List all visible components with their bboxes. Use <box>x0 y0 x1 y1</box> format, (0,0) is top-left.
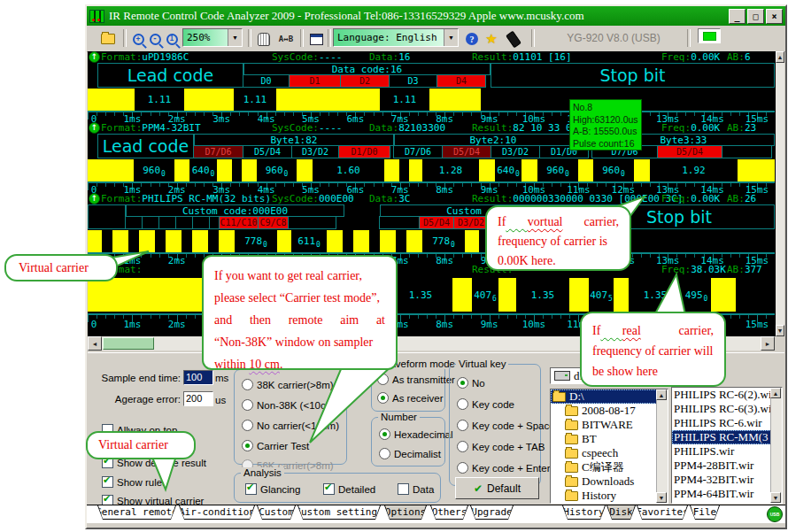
checkbox-show-ruler[interactable]: Show ruler <box>102 476 166 488</box>
default-button[interactable]: ✔ Default <box>455 477 539 499</box>
folder-item[interactable]: History <box>551 489 668 503</box>
tab-history[interactable]: History <box>562 505 606 520</box>
checkbox-detailed[interactable]: Detailed <box>323 483 375 495</box>
tab-options[interactable]: Options <box>384 505 427 520</box>
tab-air-condition[interactable]: Air-condition <box>179 505 255 520</box>
favorites-button[interactable]: ★ <box>482 28 501 50</box>
radio-as-transmitter[interactable]: As transmitter <box>377 374 455 385</box>
file-item[interactable]: PHILIPS RC-MM(3 <box>672 430 782 444</box>
folder-item[interactable]: BT <box>551 432 668 446</box>
folder-item[interactable]: BITWARE <box>551 418 668 432</box>
zoom-reset-button[interactable]: 1 <box>162 28 182 50</box>
open-file-button[interactable] <box>96 28 120 50</box>
signal-row-2: Format:PPM4-32BITSysCode:----Data:821033… <box>88 122 775 193</box>
file-item[interactable]: PHILIPS RC-6(2).wi <box>672 388 782 402</box>
minimize-button[interactable]: _ <box>729 9 746 24</box>
device-label: YG-920 V8.0 (USB) <box>567 32 660 44</box>
tab-file[interactable]: File <box>690 505 720 520</box>
file-name: PHILIPS RC-6(3).wi <box>674 402 772 416</box>
scroll-up-button[interactable]: ▲ <box>770 388 781 398</box>
up-arrow-icon[interactable]: ↑ <box>89 51 100 63</box>
header-label: Result: <box>472 122 513 134</box>
analysis-caption: Analysis <box>241 467 284 478</box>
radio-as-receiver[interactable]: As receiver <box>377 392 444 404</box>
scroll-down-button[interactable]: ▼ <box>770 492 781 503</box>
scroll-down-button[interactable]: ▼ <box>656 492 667 503</box>
radio-carrier-test[interactable]: Carrier Test <box>242 440 309 451</box>
tab-upgrade[interactable]: Upgrade <box>470 505 514 520</box>
file-item[interactable]: PHILIPS RC-6.wir <box>672 416 782 430</box>
scroll-left-button[interactable]: ◄ <box>88 336 102 351</box>
folder-item[interactable]: Downloads <box>551 474 668 489</box>
tab-disk[interactable]: Disk <box>606 505 636 520</box>
vertical-scrollbar[interactable]: ▲ ▼ <box>776 51 784 336</box>
radio-label: Key code + Enter <box>472 463 551 474</box>
checkbox-data[interactable]: Data <box>398 483 434 495</box>
scrollbar-thumb[interactable] <box>103 337 154 350</box>
header-field: Freq:38.03K <box>661 264 726 275</box>
scroll-up-button[interactable]: ▲ <box>776 51 784 63</box>
tab-custom-settings[interactable]: Custom settings <box>297 505 381 520</box>
folder-item[interactable]: cspeech <box>551 446 668 460</box>
radio-no[interactable]: No <box>457 377 485 389</box>
file-name: PPM4-28BIT.wir <box>674 459 753 473</box>
close-button[interactable]: × <box>766 9 783 24</box>
number-caption: Number <box>378 412 420 422</box>
folder-icon <box>565 406 578 416</box>
up-arrow-icon[interactable]: ↑ <box>89 122 100 134</box>
folder-icon <box>565 435 578 444</box>
language-select[interactable]: Language: English ▼ <box>333 28 459 47</box>
green-led-icon <box>703 32 716 41</box>
window-view-button[interactable] <box>305 28 327 50</box>
wave-space <box>208 230 219 252</box>
waveform: 9600640096001.601.286400960096001.92 <box>88 159 775 181</box>
help-button[interactable]: ? <box>462 28 482 50</box>
file-list-scrollbar[interactable]: ▲ ▼ <box>770 388 782 503</box>
radio-key-code-tab[interactable]: Key code + TAB <box>457 441 545 452</box>
tab-label: Custom <box>258 505 295 519</box>
file-item[interactable]: PPM4-28BIT.wir <box>672 459 782 473</box>
measure-ab-button[interactable]: A↔B <box>274 28 297 50</box>
scroll-down-button[interactable]: ▼ <box>776 325 784 336</box>
scroll-up-button[interactable]: ▲ <box>656 389 667 400</box>
file-item[interactable]: PPM4-64BIT.wir <box>672 487 782 501</box>
tab-label: Options <box>385 505 426 519</box>
tab-general-remote[interactable]: General remote <box>97 505 176 520</box>
segment-group: Stop bit <box>491 63 775 88</box>
folder-list-scrollbar[interactable]: ▲ ▼ <box>656 389 668 503</box>
file-item[interactable]: PPM4-32BIT.wir <box>672 473 782 487</box>
radio-key-code-enter[interactable]: Key code + Enter <box>457 462 551 474</box>
radio-non-38k-10cm-[interactable]: Non-38K (<10cm) <box>242 399 337 411</box>
radio-no-carrier-10cm-[interactable]: No carrier(<10cm) <box>242 420 339 431</box>
tab-others[interactable]: Others <box>430 505 468 520</box>
folder-item[interactable]: D:\ <box>551 389 668 404</box>
radio-key-code[interactable]: Key code <box>457 398 514 410</box>
radio-hexadecimal[interactable]: Hexadecimal <box>379 428 452 440</box>
header-field: Freq:0.00K <box>661 122 720 134</box>
agerage-error-input[interactable]: 200 <box>183 391 213 406</box>
zoom-level-select[interactable]: 250% ▼ <box>182 28 243 47</box>
header-label: SysCode: <box>272 122 319 134</box>
up-arrow-icon[interactable]: ↑ <box>89 193 100 204</box>
number-group: Number HexadecimalDecimalist <box>371 417 445 466</box>
tab-custom[interactable]: Custom <box>257 505 296 520</box>
folder-icon <box>565 449 578 459</box>
radio-38k-carrier-8m-[interactable]: 38K carrier(>8m) <box>242 379 334 390</box>
sample-end-time-input[interactable]: 100 <box>183 370 213 385</box>
radio-icon <box>242 379 253 390</box>
chevron-down-icon[interactable]: ▼ <box>444 29 458 46</box>
file-item[interactable]: PHILIPS RC-6(3).wi <box>672 402 782 416</box>
radio-key-code-space[interactable]: Key code + Space <box>457 420 555 431</box>
folder-item[interactable]: C编译器 <box>551 460 668 474</box>
folder-item[interactable]: 2008-08-17 <box>551 404 668 418</box>
pan-tool-button[interactable] <box>253 28 274 50</box>
file-item[interactable]: PHILIPS.wir <box>672 444 782 459</box>
radio-decimalist[interactable]: Decimalist <box>379 448 441 459</box>
scroll-right-button[interactable]: ► <box>761 336 775 351</box>
maximize-button[interactable]: □ <box>747 9 764 24</box>
chevron-down-icon[interactable]: ▼ <box>228 29 242 46</box>
checkbox-glancing[interactable]: Glancing <box>245 483 300 495</box>
bit-cell: D7/D6 <box>193 145 243 158</box>
remote-button[interactable] <box>503 28 524 50</box>
tab-favorites[interactable]: Favorites <box>637 505 688 520</box>
